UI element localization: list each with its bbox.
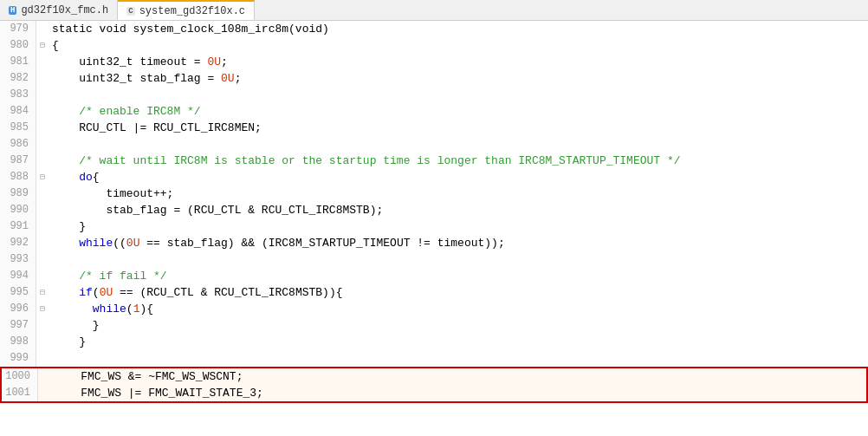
line-number: 985 <box>0 120 36 136</box>
code-content: while(1){ <box>49 301 868 317</box>
code-line: 983 <box>0 87 868 103</box>
code-content: } <box>49 334 868 350</box>
line-number: 984 <box>0 103 36 120</box>
line-number: 986 <box>0 136 36 153</box>
code-content: timeout++; <box>49 185 868 202</box>
code-content: /* enable IRC8M */ <box>49 103 868 120</box>
code-content <box>49 350 868 367</box>
line-number: 980 <box>0 37 36 54</box>
code-editor: 979static void system_clock_108m_irc8m(v… <box>0 21 868 403</box>
line-number: 981 <box>0 54 36 70</box>
code-line: 987 /* wait until IRC8M is stable or the… <box>0 153 868 169</box>
line-number: 995 <box>0 284 36 301</box>
line-number: 982 <box>0 70 36 87</box>
code-content <box>49 251 868 268</box>
code-line: 1000 FMC_WS &= ~FMC_WS_WSCNT; <box>2 368 866 385</box>
line-number: 994 <box>0 268 36 284</box>
code-content: /* if fail */ <box>49 268 868 284</box>
code-content: if(0U == (RCU_CTL & RCU_CTL_IRC8MSTB)){ <box>49 284 868 301</box>
code-line: 981 uint32_t timeout = 0U; <box>0 54 868 70</box>
tab-c[interactable]: C system_gd32f10x.c <box>118 0 255 20</box>
code-content: while((0U == stab_flag) && (IRC8M_STARTU… <box>49 235 868 251</box>
line-number: 996 <box>0 301 36 317</box>
line-number: 1000 <box>2 368 38 385</box>
highlight-box: 1000 FMC_WS &= ~FMC_WS_WSCNT;1001 FMC_WS… <box>0 367 868 403</box>
line-number: 990 <box>0 202 36 218</box>
line-number: 999 <box>0 350 36 367</box>
code-content: RCU_CTL |= RCU_CTL_IRC8MEN; <box>49 120 868 136</box>
code-line: 980⊟{ <box>0 37 868 54</box>
fold-gutter[interactable]: ⊟ <box>36 284 49 301</box>
code-content: /* wait until IRC8M is stable or the sta… <box>49 153 868 169</box>
code-content: stab_flag = (RCU_CTL & RCU_CTL_IRC8MSTB)… <box>49 202 868 218</box>
code-line: 985 RCU_CTL |= RCU_CTL_IRC8MEN; <box>0 120 868 136</box>
line-number: 1001 <box>2 385 38 401</box>
code-line: 991 } <box>0 218 868 235</box>
code-content: FMC_WS &= ~FMC_WS_WSCNT; <box>50 368 866 385</box>
code-line: 998 } <box>0 334 868 350</box>
tab-h-label: gd32f10x_fmc.h <box>21 4 108 16</box>
code-line: 988⊟ do{ <box>0 169 868 185</box>
fold-gutter[interactable]: ⊟ <box>36 301 49 317</box>
code-line: 982 uint32_t stab_flag = 0U; <box>0 70 868 87</box>
line-number: 988 <box>0 169 36 185</box>
line-number: 998 <box>0 334 36 350</box>
code-content: { <box>49 37 868 54</box>
tab-c-label: system_gd32f10x.c <box>139 5 245 17</box>
code-line: 989 timeout++; <box>0 185 868 202</box>
code-content <box>49 87 868 103</box>
line-number: 989 <box>0 185 36 202</box>
code-line: 996⊟ while(1){ <box>0 301 868 317</box>
code-content: uint32_t stab_flag = 0U; <box>49 70 868 87</box>
code-content: uint32_t timeout = 0U; <box>49 54 868 70</box>
fold-gutter[interactable]: ⊟ <box>36 37 49 54</box>
line-number: 979 <box>0 21 36 37</box>
code-line: 994 /* if fail */ <box>0 268 868 284</box>
tab-h-icon: H <box>9 6 16 15</box>
editor-container: H gd32f10x_fmc.h C system_gd32f10x.c 979… <box>0 0 868 403</box>
code-content <box>49 136 868 153</box>
line-number: 983 <box>0 87 36 103</box>
code-line: 984 /* enable IRC8M */ <box>0 103 868 120</box>
line-number: 997 <box>0 317 36 334</box>
line-number: 992 <box>0 235 36 251</box>
code-content: do{ <box>49 169 868 185</box>
code-line: 993 <box>0 251 868 268</box>
line-number: 987 <box>0 153 36 169</box>
tabs-bar: H gd32f10x_fmc.h C system_gd32f10x.c <box>0 0 868 21</box>
tab-c-icon: C <box>126 7 134 16</box>
code-content: static void system_clock_108m_irc8m(void… <box>49 21 868 37</box>
code-line: 979static void system_clock_108m_irc8m(v… <box>0 21 868 37</box>
line-number: 991 <box>0 218 36 235</box>
code-line: 986 <box>0 136 868 153</box>
code-content: FMC_WS |= FMC_WAIT_STATE_3; <box>50 385 866 401</box>
code-line: 999 <box>0 350 868 367</box>
code-content: } <box>49 218 868 235</box>
tab-h[interactable]: H gd32f10x_fmc.h <box>0 0 118 20</box>
code-line: 997 } <box>0 317 868 334</box>
fold-gutter[interactable]: ⊟ <box>36 169 49 185</box>
code-line: 992 while((0U == stab_flag) && (IRC8M_ST… <box>0 235 868 251</box>
code-content: } <box>49 317 868 334</box>
line-number: 993 <box>0 251 36 268</box>
code-line: 1001 FMC_WS |= FMC_WAIT_STATE_3; <box>2 385 866 401</box>
code-line: 995⊟ if(0U == (RCU_CTL & RCU_CTL_IRC8MST… <box>0 284 868 301</box>
code-line: 990 stab_flag = (RCU_CTL & RCU_CTL_IRC8M… <box>0 202 868 218</box>
